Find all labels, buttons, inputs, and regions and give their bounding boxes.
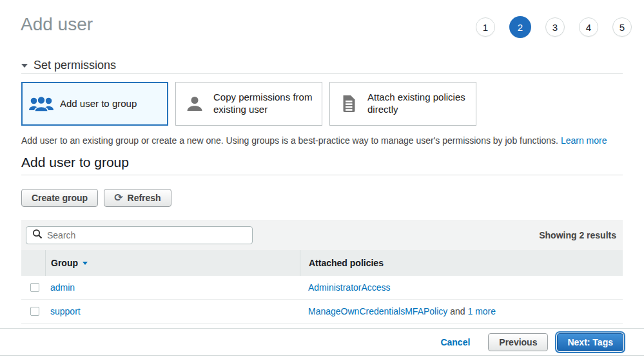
group-actions: Create group ⟳ Refresh [21, 189, 171, 207]
set-permissions-header[interactable]: Set permissions [21, 59, 116, 72]
table-row-support: support ManageOwnCredentialsMFAPolicy an… [21, 300, 623, 324]
wizard-footer: Cancel Previous Next: Tags [0, 328, 644, 356]
section-title: Set permissions [34, 59, 116, 72]
policy-cell: AdministratorAccess [300, 276, 623, 299]
option-label: Copy permissions from existing user [213, 92, 322, 116]
permission-option-cards: Add user to group Copy permissions from … [21, 82, 476, 126]
option-label: Attach existing policies directly [367, 92, 476, 116]
refresh-button[interactable]: ⟳ Refresh [104, 189, 171, 207]
results-count: Showing 2 results [539, 230, 616, 240]
header-checkbox-cell [21, 250, 45, 276]
divider [21, 73, 623, 74]
checkbox-cell [21, 276, 45, 299]
policy-link[interactable]: AdministratorAccess [308, 282, 391, 293]
add-user-wizard: Add user 1 2 3 4 5 Set permissions [0, 0, 644, 359]
search-icon [32, 229, 43, 241]
learn-more-link[interactable]: Learn more [561, 135, 607, 146]
search-input[interactable] [47, 230, 246, 240]
step-2-active: 2 [509, 16, 531, 38]
next-tags-label: Next: Tags [567, 337, 613, 347]
divider [21, 175, 623, 175]
header-attached-policies[interactable]: Attached policies [300, 250, 623, 276]
step-5: 5 [612, 17, 632, 37]
previous-label: Previous [499, 337, 537, 347]
header-group[interactable]: Group [45, 250, 300, 276]
policy-cell: ManageOwnCredentialsMFAPolicy and 1 more [300, 300, 623, 323]
group-link[interactable]: admin [50, 282, 75, 293]
policy-link[interactable]: ManageOwnCredentialsMFAPolicy [308, 306, 447, 316]
table-toolbar: Showing 2 results [21, 220, 623, 250]
checkbox-cell [21, 300, 45, 323]
table-header-row: Group Attached policies [21, 250, 623, 276]
cancel-button[interactable]: Cancel [440, 337, 470, 347]
next-tags-button[interactable]: Next: Tags [557, 333, 623, 351]
create-group-label: Create group [32, 193, 88, 203]
description-text: Add user to an existing group or create … [21, 135, 561, 146]
step-1: 1 [476, 17, 495, 37]
more-link[interactable]: 1 more [467, 306, 496, 316]
chevron-down-icon [21, 64, 28, 68]
page-title: Add user [21, 14, 93, 35]
user-icon [176, 95, 213, 112]
group-cell: support [45, 300, 300, 323]
step-3: 3 [545, 17, 565, 37]
sort-desc-icon [83, 262, 88, 265]
refresh-label: Refresh [128, 193, 161, 203]
and-text: and [447, 306, 467, 316]
table-row-admin: admin AdministratorAccess [21, 276, 623, 300]
option-add-user-to-group[interactable]: Add user to group [21, 82, 168, 126]
header-group-label: Group [51, 258, 78, 268]
groups-table: Showing 2 results Group Attached policie… [21, 220, 623, 324]
row-checkbox[interactable] [30, 283, 39, 292]
group-section-title: Add user to group [21, 155, 129, 170]
section-description: Add user to an existing group or create … [21, 135, 627, 146]
option-label: Add user to group [60, 98, 142, 110]
header-policies-label: Attached policies [309, 258, 384, 268]
option-attach-policies[interactable]: Attach existing policies directly [329, 82, 476, 126]
group-icon [23, 95, 60, 113]
group-link[interactable]: support [50, 306, 81, 316]
refresh-icon: ⟳ [114, 193, 122, 203]
document-icon [330, 95, 367, 113]
previous-button[interactable]: Previous [488, 333, 548, 351]
step-indicator: 1 2 3 4 5 [476, 16, 632, 38]
create-group-button[interactable]: Create group [21, 189, 98, 207]
group-cell: admin [45, 276, 300, 299]
row-checkbox[interactable] [30, 307, 39, 316]
step-4: 4 [579, 17, 598, 37]
search-box[interactable] [26, 226, 253, 244]
option-copy-permissions[interactable]: Copy permissions from existing user [175, 82, 322, 126]
